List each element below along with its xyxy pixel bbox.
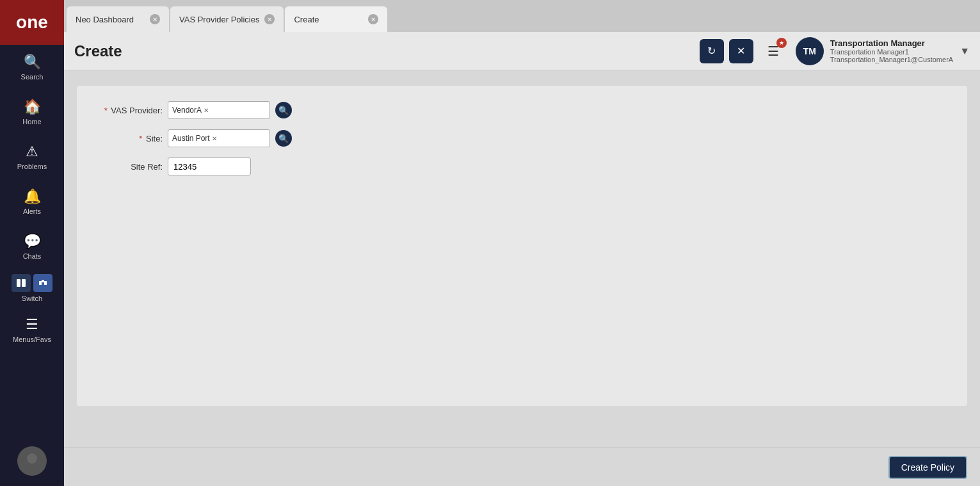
vas-provider-label: * VAS Provider: bbox=[92, 106, 163, 115]
tab-close-create[interactable]: ✕ bbox=[368, 14, 378, 24]
tab-label-create: Create bbox=[294, 15, 319, 24]
user-details: Transportation Manager Transportation Ma… bbox=[830, 38, 953, 63]
page-header: Create ↻ ✕ ☰ ★ TM Transportation Manager… bbox=[64, 32, 980, 70]
sidebar-item-switch[interactable]: Switch bbox=[0, 269, 64, 307]
switch-icons bbox=[12, 274, 52, 292]
svg-rect-1 bbox=[22, 279, 26, 287]
sidebar-item-home[interactable]: 🏠 Home bbox=[0, 90, 64, 134]
site-row: * Site: Austin Port ✕ 🔍 bbox=[92, 129, 952, 147]
sidebar-label-switch: Switch bbox=[22, 295, 42, 302]
switch-box-left bbox=[12, 274, 31, 292]
tab-close-vas-provider-policies[interactable]: ✕ bbox=[264, 14, 275, 24]
main-content: Neo Dashboard ✕ VAS Provider Policies ✕ … bbox=[64, 0, 980, 486]
tab-label-vas-provider-policies: VAS Provider Policies bbox=[179, 15, 259, 24]
site-label: * Site: bbox=[92, 134, 163, 143]
vas-provider-tag: VendorA ✕ bbox=[172, 106, 209, 115]
vas-provider-search-button[interactable]: 🔍 bbox=[275, 102, 292, 118]
chat-icon: 💬 bbox=[24, 233, 41, 250]
menu-button[interactable]: ☰ ★ bbox=[761, 39, 785, 63]
tab-close-neo-dashboard[interactable]: ✕ bbox=[150, 14, 160, 24]
user-email: Transportation_Manager1@CustomerA bbox=[830, 56, 953, 63]
svg-point-2 bbox=[27, 453, 37, 464]
app-logo[interactable]: one bbox=[0, 0, 64, 45]
svg-rect-0 bbox=[17, 279, 20, 287]
vas-provider-row: * VAS Provider: VendorA ✕ 🔍 bbox=[92, 101, 952, 119]
sidebar: one 🔍 Search 🏠 Home ⚠ Problems 🔔 Alerts … bbox=[0, 0, 64, 486]
sidebar-item-chats[interactable]: 💬 Chats bbox=[0, 224, 64, 269]
vas-provider-required-star: * bbox=[104, 106, 108, 115]
tab-create[interactable]: Create ✕ bbox=[285, 6, 387, 32]
user-dropdown-button[interactable]: ▼ bbox=[960, 45, 970, 57]
sidebar-item-menus[interactable]: ☰ Menus/Favs bbox=[0, 307, 64, 352]
bell-icon: 🔔 bbox=[24, 188, 41, 205]
sidebar-label-home: Home bbox=[22, 118, 41, 126]
tab-label-neo-dashboard: Neo Dashboard bbox=[76, 15, 134, 24]
sidebar-item-problems[interactable]: ⚠ Problems bbox=[0, 134, 64, 179]
user-avatar: TM bbox=[796, 37, 824, 65]
sidebar-label-search: Search bbox=[21, 73, 44, 81]
header-actions: ↻ ✕ ☰ ★ TM Transportation Manager Transp… bbox=[700, 37, 970, 65]
sidebar-label-chats: Chats bbox=[23, 252, 42, 260]
refresh-button[interactable]: ↻ bbox=[700, 39, 724, 63]
site-ref-row: Site Ref: bbox=[92, 158, 952, 175]
close-button[interactable]: ✕ bbox=[729, 39, 753, 63]
footer-bar: Create Policy bbox=[64, 448, 980, 486]
site-tag: Austin Port ✕ bbox=[172, 134, 217, 143]
user-avatar-sidebar[interactable] bbox=[17, 446, 47, 476]
star-badge: ★ bbox=[776, 38, 787, 48]
user-info: TM Transportation Manager Transportation… bbox=[796, 37, 970, 65]
switch-box-right bbox=[33, 274, 52, 292]
sidebar-label-menus: Menus/Favs bbox=[13, 336, 51, 343]
tabs-bar: Neo Dashboard ✕ VAS Provider Policies ✕ … bbox=[64, 0, 980, 32]
form-area: * VAS Provider: VendorA ✕ 🔍 * Site: bbox=[64, 70, 980, 448]
create-policy-button[interactable]: Create Policy bbox=[888, 456, 967, 479]
sidebar-label-alerts: Alerts bbox=[23, 207, 41, 215]
tab-vas-provider-policies[interactable]: VAS Provider Policies ✕ bbox=[170, 6, 284, 32]
user-name: Transportation Manager bbox=[830, 38, 953, 48]
page-title: Create bbox=[74, 42, 700, 60]
home-icon: 🏠 bbox=[24, 99, 41, 115]
menu-icon: ☰ bbox=[26, 316, 38, 333]
site-tag-close[interactable]: ✕ bbox=[212, 135, 217, 142]
site-search-button[interactable]: 🔍 bbox=[275, 130, 292, 147]
user-role: Transportation Manager1 bbox=[830, 48, 953, 56]
form-card: * VAS Provider: VendorA ✕ 🔍 * Site: bbox=[77, 86, 967, 406]
site-ref-input[interactable] bbox=[168, 158, 251, 175]
search-icon: 🔍 bbox=[24, 54, 41, 70]
tab-neo-dashboard[interactable]: Neo Dashboard ✕ bbox=[67, 6, 169, 32]
site-ref-label: Site Ref: bbox=[92, 162, 163, 172]
vas-provider-input[interactable]: VendorA ✕ bbox=[168, 101, 270, 119]
site-input[interactable]: Austin Port ✕ bbox=[168, 129, 270, 147]
sidebar-label-problems: Problems bbox=[17, 163, 47, 170]
site-required-star: * bbox=[139, 134, 142, 143]
sidebar-item-search[interactable]: 🔍 Search bbox=[0, 45, 64, 90]
warning-icon: ⚠ bbox=[26, 143, 38, 160]
sidebar-item-alerts[interactable]: 🔔 Alerts bbox=[0, 179, 64, 224]
svg-point-3 bbox=[23, 464, 41, 473]
vas-provider-tag-close[interactable]: ✕ bbox=[204, 107, 209, 114]
